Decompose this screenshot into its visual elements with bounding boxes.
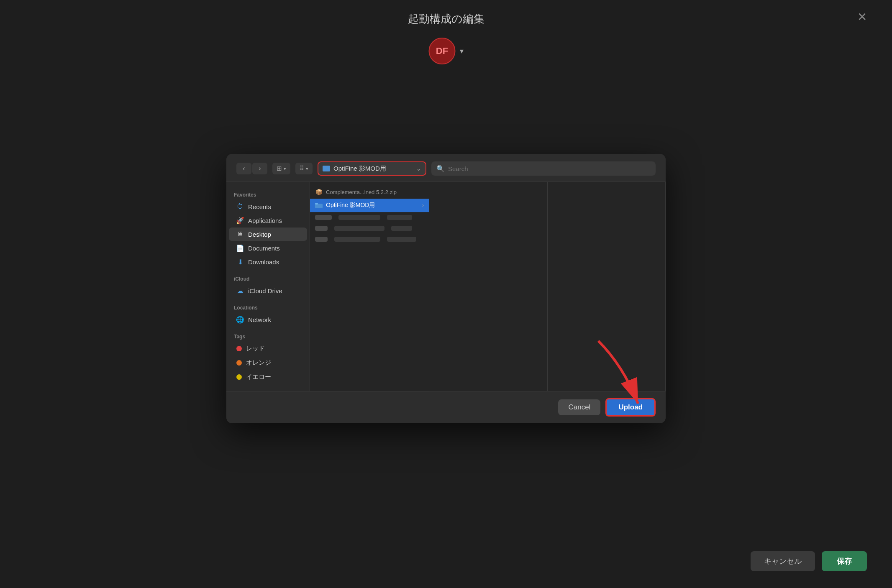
- rocket-icon: 🚀: [236, 217, 244, 224]
- monitor-icon: 🖥: [236, 230, 244, 238]
- clock-icon: ⏱: [236, 203, 244, 210]
- file-name: Complementa...ined 5.2.2.zip: [326, 189, 397, 195]
- sidebar-applications-label: Applications: [248, 217, 282, 224]
- app-logo-dropdown-arrow[interactable]: ▾: [460, 46, 464, 56]
- dialog-toolbar: ‹ › ⊞ ▾ ⠿ ▾ OptiFine 影MOD用 ⌄ 🔍: [226, 154, 666, 182]
- list-item[interactable]: [310, 234, 429, 245]
- folder-icon: [315, 202, 323, 209]
- tag-yellow-dot: [236, 374, 242, 380]
- upload-button[interactable]: Upload: [605, 398, 656, 417]
- chevron-right-icon: ›: [422, 202, 424, 208]
- folder-icon: [323, 166, 330, 171]
- sidebar-item-recents[interactable]: ⏱ Recents: [229, 200, 307, 213]
- list-item[interactable]: 📦 Complementa...ined 5.2.2.zip: [310, 185, 429, 199]
- grid-icon: ⠿: [300, 165, 304, 172]
- nav-button-group: ‹ ›: [236, 163, 267, 174]
- sidebar-item-downloads[interactable]: ⬇ Downloads: [229, 255, 307, 268]
- back-button[interactable]: ‹: [236, 163, 251, 174]
- tag-red-dot: [236, 346, 242, 351]
- forward-button[interactable]: ›: [252, 163, 267, 174]
- locations-label: Locations: [226, 302, 310, 312]
- doc-icon: 📄: [236, 244, 244, 252]
- globe-icon: 🌐: [236, 316, 244, 323]
- search-box: 🔍: [431, 161, 656, 176]
- zip-icon: 📦: [315, 188, 323, 196]
- favorites-label: Favorites: [226, 189, 310, 199]
- dialog-footer: Cancel Upload: [226, 391, 666, 423]
- sidebar-documents-label: Documents: [248, 245, 280, 252]
- search-input[interactable]: [448, 165, 651, 172]
- file-column-2: [429, 182, 548, 391]
- bottom-cancel-button[interactable]: キャンセル: [751, 551, 815, 571]
- sidebar: Favorites ⏱ Recents 🚀 Applications 🖥 Des…: [226, 182, 310, 391]
- app-logo: DF: [429, 38, 456, 64]
- cancel-button[interactable]: Cancel: [558, 399, 600, 415]
- list-item[interactable]: [310, 223, 429, 234]
- sidebar-item-tag-orange[interactable]: オレンジ: [229, 356, 307, 370]
- list-item[interactable]: [310, 212, 429, 223]
- sidebar-item-desktop[interactable]: 🖥 Desktop: [229, 228, 307, 241]
- folder-selector-chevron: ⌄: [416, 165, 421, 172]
- sidebar-item-icloud[interactable]: ☁ iCloud Drive: [229, 284, 307, 297]
- columns-icon: ⊞: [277, 165, 282, 172]
- sidebar-recents-label: Recents: [248, 203, 271, 210]
- folder-selector-text: OptiFine 影MOD用: [333, 165, 413, 173]
- sidebar-item-tag-yellow[interactable]: イエロー: [229, 370, 307, 384]
- tag-orange-dot: [236, 360, 242, 366]
- view-columns-button[interactable]: ⊞ ▾: [272, 163, 290, 174]
- sidebar-desktop-label: Desktop: [248, 231, 271, 238]
- tag-yellow-label: イエロー: [246, 373, 271, 381]
- cloud-icon: ☁: [236, 287, 244, 294]
- sidebar-network-label: Network: [248, 316, 271, 323]
- file-picker-dialog: ‹ › ⊞ ▾ ⠿ ▾ OptiFine 影MOD用 ⌄ 🔍 Favorites…: [226, 154, 666, 423]
- bottom-save-button[interactable]: 保存: [822, 551, 867, 571]
- window-title: 起動構成の編集: [408, 12, 484, 26]
- window-close-button[interactable]: ✕: [857, 10, 867, 24]
- dialog-body: Favorites ⏱ Recents 🚀 Applications 🖥 Des…: [226, 182, 666, 391]
- tags-label: Tags: [226, 330, 310, 341]
- tag-orange-label: オレンジ: [246, 359, 271, 367]
- search-icon: 🔍: [436, 165, 445, 173]
- sidebar-downloads-label: Downloads: [248, 258, 279, 266]
- file-name: OptiFine 影MOD用: [326, 202, 375, 209]
- view-grid-button[interactable]: ⠿ ▾: [295, 163, 313, 174]
- window-title-text: 起動構成の編集: [408, 13, 484, 25]
- folder-selector[interactable]: OptiFine 影MOD用 ⌄: [318, 161, 426, 176]
- sidebar-item-network[interactable]: 🌐 Network: [229, 313, 307, 326]
- grid-dropdown-arrow: ▾: [306, 166, 308, 171]
- list-item[interactable]: OptiFine 影MOD用 ›: [310, 199, 429, 212]
- sidebar-item-tag-red[interactable]: レッド: [229, 342, 307, 355]
- bottom-action-bar: キャンセル 保存: [751, 551, 867, 571]
- file-column-3: [548, 182, 666, 391]
- sidebar-icloud-label: iCloud Drive: [248, 287, 282, 294]
- sidebar-item-documents[interactable]: 📄 Documents: [229, 241, 307, 255]
- download-icon: ⬇: [236, 258, 244, 266]
- columns-dropdown-arrow: ▾: [284, 166, 286, 171]
- file-area: 📦 Complementa...ined 5.2.2.zip OptiFine …: [310, 182, 666, 391]
- tag-red-label: レッド: [246, 345, 265, 353]
- file-column-1: 📦 Complementa...ined 5.2.2.zip OptiFine …: [310, 182, 429, 391]
- svg-rect-1: [315, 203, 318, 205]
- app-logo-area: DF ▾: [429, 38, 464, 64]
- sidebar-item-applications[interactable]: 🚀 Applications: [229, 214, 307, 227]
- icloud-label: iCloud: [226, 273, 310, 284]
